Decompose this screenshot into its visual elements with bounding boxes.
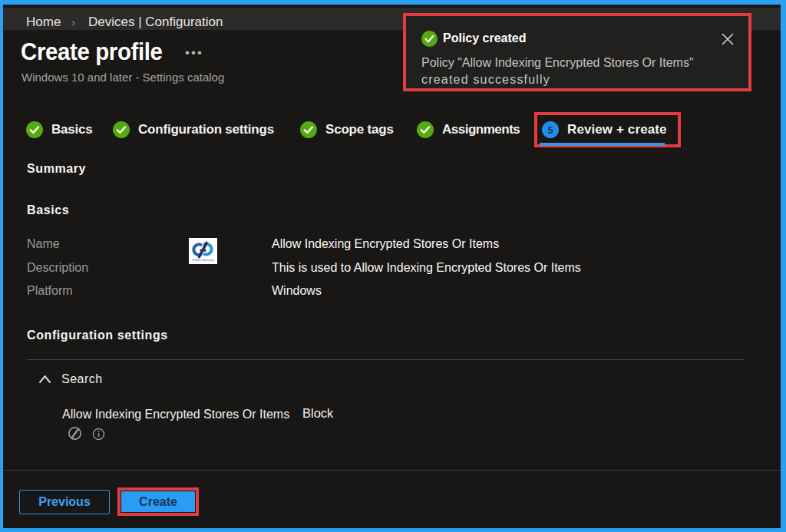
svg-text:HTMD Community: HTMD Community [193, 259, 214, 262]
